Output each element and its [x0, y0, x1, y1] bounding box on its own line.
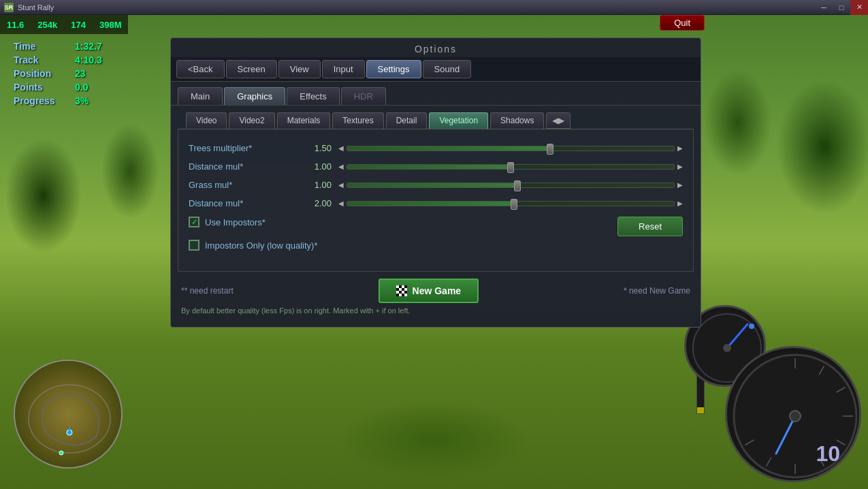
effects-sub-tab[interactable]: Effects: [287, 87, 340, 105]
slider-thumb-2[interactable]: [514, 180, 521, 191]
maximize-button[interactable]: □: [833, 0, 850, 15]
title-bar: SR Stunt Rally ─ □ ✕: [0, 0, 868, 15]
textures-inner-tab[interactable]: Textures: [332, 112, 383, 129]
quit-button[interactable]: Quit: [660, 15, 705, 31]
slider-value-3: 2.00: [304, 198, 332, 208]
slider-value-2: 1.00: [304, 180, 332, 190]
video2-inner-tab[interactable]: Video2: [229, 112, 274, 129]
tabs-more-arrow[interactable]: ◀▶: [546, 112, 570, 129]
slider-track-0[interactable]: [347, 146, 675, 151]
slider-label-0: Trees multiplier*: [189, 143, 298, 153]
memory3-stat: 398M: [99, 20, 122, 30]
options-title: Options: [171, 38, 701, 57]
slider-left-arrow-0[interactable]: ◀: [338, 144, 344, 152]
slider-fill-1: [347, 165, 511, 169]
main-sub-tab[interactable]: Main: [178, 87, 223, 105]
slider-left-arrow-3[interactable]: ◀: [338, 200, 344, 207]
shadows-inner-tab[interactable]: Shadows: [490, 112, 544, 129]
slider-fill-2: [347, 183, 517, 187]
materials-inner-tab[interactable]: Materials: [277, 112, 331, 129]
minimap: [14, 360, 123, 469]
slider-container-3: ◀ ▶: [338, 200, 683, 207]
slider-fill-3: [347, 202, 514, 206]
use-impostors-checkbox[interactable]: [189, 217, 199, 227]
progress-value: 3%: [75, 95, 89, 106]
checker-icon: [396, 285, 407, 296]
slider-right-arrow-1[interactable]: ▶: [677, 163, 683, 170]
use-impostors-label: Use Impostors*: [205, 217, 266, 227]
fps-value: 11.6: [7, 20, 24, 30]
slider-track-2[interactable]: [347, 183, 675, 188]
svg-point-16: [790, 411, 801, 422]
impostors-only-label: Impostors Only (low quality)*: [205, 240, 317, 251]
main-nav: <Back Screen View Input Settings Sound: [171, 57, 701, 82]
need-new-game-text: * need New Game: [624, 286, 690, 296]
slider-right-arrow-0[interactable]: ▶: [677, 144, 683, 152]
slider-value-1: 1.00: [304, 161, 332, 172]
graphics-sub-tab[interactable]: Graphics: [224, 87, 285, 105]
new-game-button[interactable]: New Game: [379, 279, 479, 303]
back-button[interactable]: <Back: [176, 60, 225, 78]
track-label: Track: [14, 54, 68, 65]
slider-thumb-0[interactable]: [547, 144, 553, 155]
slider-right-arrow-3[interactable]: ▶: [677, 200, 683, 207]
memory3-value: 398M: [99, 20, 122, 30]
svg-point-5: [749, 324, 754, 329]
position-label: Position: [14, 68, 68, 79]
right-gauges: 6.0 6 %: [711, 291, 861, 482]
minimize-button[interactable]: ─: [815, 0, 833, 15]
window-controls: ─ □ ✕: [815, 0, 868, 15]
slider-label-3: Distance mul*: [189, 198, 298, 208]
slider-thumb-1[interactable]: [507, 162, 514, 173]
track-value: 4:10.3: [75, 54, 102, 65]
memory1-stat: 254k: [37, 20, 57, 30]
app-icon: SR: [4, 3, 14, 12]
fps-stat: 11.6: [7, 20, 24, 30]
slider-track-1[interactable]: [347, 164, 675, 170]
points-value: 0.0: [75, 82, 88, 93]
checkbox-row-0: Use Impostors*: [189, 217, 317, 227]
slider-row-0: Trees multiplier* 1.50 ◀ ▶: [189, 143, 683, 153]
screen-tab[interactable]: Screen: [226, 60, 277, 78]
throttle-fill: [697, 407, 704, 413]
slider-row-3: Distance mul* 2.00 ◀ ▶: [189, 198, 683, 208]
time-value: 1:32.7: [75, 41, 102, 52]
impostors-only-checkbox[interactable]: [189, 240, 199, 251]
slider-fill-0: [347, 146, 550, 151]
hdr-sub-tab[interactable]: HDR: [341, 87, 386, 105]
input-tab[interactable]: Input: [322, 60, 365, 78]
sound-tab[interactable]: Sound: [423, 60, 472, 78]
slider-rows: Trees multiplier* 1.50 ◀ ▶ Distance mul*…: [189, 143, 683, 208]
view-tab[interactable]: View: [278, 60, 321, 78]
memory2-stat: 174: [71, 20, 86, 30]
slider-container-1: ◀ ▶: [338, 163, 683, 170]
svg-point-2: [59, 451, 63, 455]
slider-thumb-3[interactable]: [511, 199, 517, 210]
detail-inner-tab[interactable]: Detail: [386, 112, 428, 129]
close-button[interactable]: ✕: [850, 0, 868, 15]
settings-tab[interactable]: Settings: [366, 60, 421, 78]
slider-value-0: 1.50: [304, 143, 332, 153]
checkbox-row-1: Impostors Only (low quality)*: [189, 240, 317, 251]
hint-text: By default better quality (less Fps) is …: [171, 306, 701, 320]
checkboxes-col: Use Impostors* Impostors Only (low quali…: [189, 217, 317, 257]
memory2-value: 174: [71, 20, 86, 30]
slider-track-3[interactable]: [347, 201, 675, 206]
slider-container-2: ◀ ▶: [338, 181, 683, 189]
options-panel: Options <Back Screen View Input Settings…: [170, 37, 701, 328]
need-restart-text: ** need restart: [181, 286, 234, 296]
slider-row-1: Distance mul* 1.00 ◀ ▶: [189, 161, 683, 172]
time-label: Time: [14, 41, 68, 52]
slider-left-arrow-2[interactable]: ◀: [338, 181, 344, 189]
window-title: Stunt Rally: [18, 3, 54, 12]
reset-button[interactable]: Reset: [617, 217, 683, 236]
stats-bar: 11.6 254k 174 398M: [0, 15, 128, 34]
inner-tabs: Video Video2 Materials Textures Detail V…: [178, 106, 694, 129]
new-game-label: New Game: [413, 285, 462, 296]
slider-label-2: Grass mul*: [189, 180, 298, 190]
video-inner-tab[interactable]: Video: [186, 112, 227, 129]
speed-gauge: 10: [725, 346, 861, 482]
vegetation-inner-tab[interactable]: Vegetation: [429, 112, 488, 129]
slider-right-arrow-2[interactable]: ▶: [677, 181, 683, 189]
slider-left-arrow-1[interactable]: ◀: [338, 163, 344, 170]
